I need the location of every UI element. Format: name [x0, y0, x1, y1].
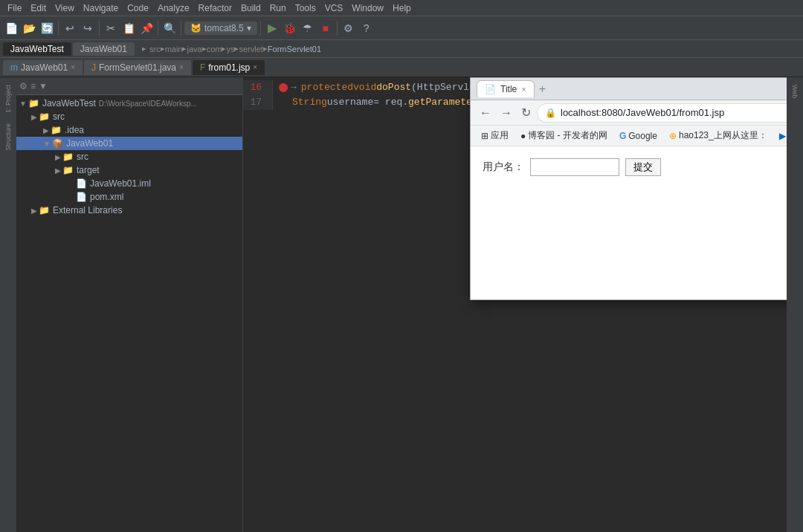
menu-file[interactable]: File: [3, 1, 26, 15]
tomcat-config-btn[interactable]: 🐱 tomcat8.5 ▾: [184, 22, 257, 35]
menu-run[interactable]: Run: [265, 1, 291, 15]
file-tab-javaweb01-label: JavaWeb01: [21, 62, 68, 73]
copy-btn[interactable]: 📋: [120, 20, 137, 36]
refresh-btn[interactable]: 🔄: [39, 20, 55, 36]
tree-item-pom[interactable]: 📄 pom.xml: [16, 190, 242, 204]
tree-arrow-javawebtest: ▼: [19, 100, 27, 108]
module-icon-javaweb01: 📦: [52, 138, 63, 149]
browser-new-tab-btn[interactable]: +: [539, 82, 546, 96]
username-input[interactable]: [530, 158, 619, 176]
browser-content: 用户名： 提交: [471, 146, 787, 299]
tomcat-icon: 🐱: [190, 23, 201, 33]
toolbar-sep-1: [58, 21, 59, 36]
tree-arrow-src: ▶: [31, 113, 37, 121]
tree-item-javaweb01-src[interactable]: ▶ 📁 src: [16, 150, 242, 163]
bookmark-hao123[interactable]: ⊕ hao123_上网从这里：: [665, 128, 772, 143]
menu-analyze[interactable]: Analyze: [153, 1, 194, 15]
help-btn[interactable]: ?: [358, 20, 375, 36]
sidebar-menu-icon[interactable]: ▼: [39, 81, 48, 91]
file-tab-from01-close[interactable]: ×: [253, 63, 257, 71]
breadcrumb-ys[interactable]: ys: [226, 45, 234, 53]
tree-item-javaweb01[interactable]: ▼ 📦 JavaWeb01: [16, 137, 242, 150]
breadcrumb-src[interactable]: src: [149, 45, 161, 53]
tomcat-label: tomcat8.5: [204, 23, 244, 33]
redo-btn[interactable]: ↪: [80, 20, 96, 36]
left-tab-structure[interactable]: Structure: [3, 119, 13, 155]
menu-help[interactable]: Help: [388, 1, 416, 15]
menu-code[interactable]: Code: [123, 1, 153, 15]
breadcrumb-main[interactable]: main: [165, 45, 183, 53]
tree-item-target[interactable]: ▶ 📁 target: [16, 163, 242, 177]
tree-arrow-extlibs: ▶: [31, 207, 37, 215]
tree-arrow-javaweb01-src: ▶: [55, 153, 61, 161]
tree-item-javawebtest[interactable]: ▼ 📁 JavaWebTest D:\WorkSpace\IDEAWorksp.…: [16, 97, 242, 110]
run-btn[interactable]: ▶: [264, 20, 280, 36]
file-icon-iml: 📄: [76, 178, 87, 189]
tree-item-external-libs[interactable]: ▶ 📁 External Libraries: [16, 204, 242, 217]
line-number-17: 17: [243, 95, 266, 110]
tree-label-pom: pom.xml: [90, 192, 123, 202]
tree-item-iml[interactable]: 📄 JavaWeb01.iml: [16, 177, 242, 190]
right-tab-web[interactable]: Web: [790, 80, 800, 103]
menu-build[interactable]: Build: [236, 1, 265, 15]
bookmark-cnblogs[interactable]: ● 博客园 - 开发者的网: [516, 128, 612, 143]
browser-refresh-btn[interactable]: ↻: [518, 104, 534, 121]
menu-view[interactable]: View: [51, 1, 79, 15]
browser-forward-btn[interactable]: →: [497, 105, 515, 121]
tree-label-javaweb01: JavaWeb01: [66, 138, 113, 149]
menu-edit[interactable]: Edit: [26, 1, 51, 15]
right-vertical-tabs: Web: [787, 77, 803, 532]
kw-protected: protected: [301, 80, 353, 95]
browser-tab-close-btn[interactable]: ×: [521, 85, 526, 94]
bookmark-apps[interactable]: ⊞ 应用: [477, 128, 513, 143]
breadcrumb-com[interactable]: com: [207, 45, 222, 53]
search-btn[interactable]: 🔍: [161, 20, 178, 36]
file-tab-javaweb01-close[interactable]: ×: [71, 63, 75, 71]
browser-tab-title[interactable]: 📄 Title ×: [477, 80, 535, 97]
left-tab-project[interactable]: 1: Project: [3, 80, 13, 117]
paste-btn[interactable]: 📌: [138, 20, 155, 36]
project-tab-javawebtest[interactable]: JavaWebTest: [3, 42, 71, 56]
tree-label-iml: JavaWeb01.iml: [90, 178, 151, 189]
tree-label-idea: .idea: [65, 125, 84, 135]
project-tab-javaweb01[interactable]: JavaWeb01: [73, 42, 135, 56]
file-tab-javaweb01[interactable]: m JavaWeb01 ×: [3, 60, 83, 75]
debug-btn[interactable]: 🐞: [282, 20, 298, 36]
breadcrumb-servlet[interactable]: servlet: [239, 45, 262, 53]
breadcrumb-class[interactable]: FormServlet01: [268, 45, 321, 53]
tree-label-src: src: [53, 111, 65, 122]
hao123-icon: ⊕: [669, 131, 677, 141]
browser-back-btn[interactable]: ←: [477, 105, 494, 121]
menu-navigate[interactable]: Navigate: [79, 1, 123, 15]
file-tab-formservlet-close[interactable]: ×: [179, 63, 184, 71]
menu-vcs[interactable]: VCS: [320, 1, 348, 15]
cnblogs-icon: ●: [520, 131, 526, 141]
coverage-btn[interactable]: ☂: [300, 20, 316, 36]
breadcrumb-java[interactable]: java: [187, 45, 201, 53]
submit-btn[interactable]: 提交: [625, 158, 661, 176]
settings-btn[interactable]: ⚙: [341, 20, 357, 36]
file-tab-from01[interactable]: F from01.jsp ×: [193, 60, 265, 75]
sidebar-collapse-icon[interactable]: ≡: [30, 81, 36, 91]
bookmark-cnblogs-label: 博客园 - 开发者的网: [528, 129, 607, 142]
tree-item-src[interactable]: ▶ 📁 src: [16, 110, 242, 123]
tree-item-idea[interactable]: ▶ 📁 .idea: [16, 123, 242, 137]
cut-btn[interactable]: ✂: [103, 20, 119, 36]
stop-btn[interactable]: ■: [317, 20, 334, 36]
menu-window[interactable]: Window: [347, 1, 388, 15]
new-file-btn[interactable]: 📄: [3, 20, 19, 36]
breakpoint-dot[interactable]: [279, 83, 288, 92]
bookmark-google[interactable]: G Google: [615, 129, 662, 143]
kw-void: void: [353, 80, 376, 95]
sidebar-gear-icon[interactable]: ⚙: [19, 81, 28, 91]
browser-tab-icon: 📄: [485, 84, 496, 94]
folder-icon-src: 📁: [39, 111, 50, 122]
undo-btn[interactable]: ↩: [62, 20, 78, 36]
menu-tools[interactable]: Tools: [291, 1, 320, 15]
menu-refactor[interactable]: Refactor: [194, 1, 236, 15]
browser-address-bar[interactable]: 🔒 localhost:8080/JaveWeb01/from01.jsp: [537, 103, 787, 123]
project-sidebar: ⚙ ≡ ▼ ▼ 📁 JavaWebTest D:\WorkSpace\IDEAW…: [16, 77, 243, 532]
open-btn[interactable]: 📂: [21, 20, 37, 36]
file-tab-formservlet[interactable]: J FormServlet01.java ×: [84, 60, 191, 75]
bookmark-teacher[interactable]: ▶ 2017年教师招聘视频: [775, 128, 787, 143]
